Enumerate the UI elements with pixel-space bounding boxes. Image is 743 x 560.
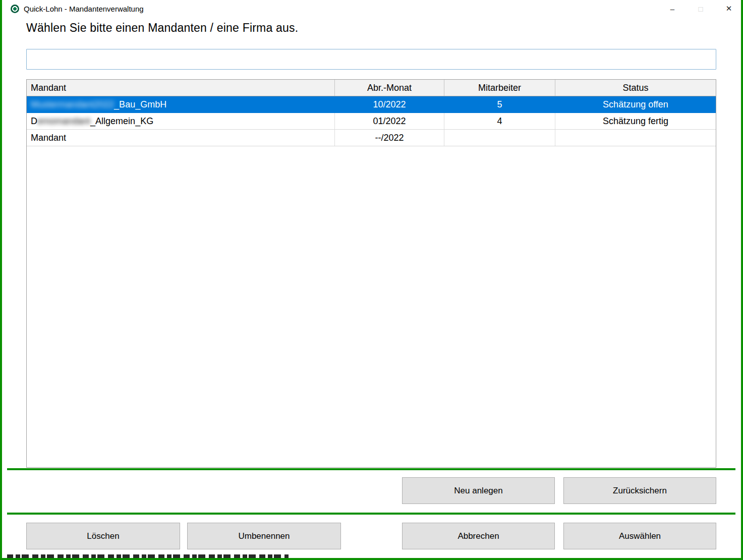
application-window: Quick-Lohn - Mandantenverwaltung – □ ✕ W…	[0, 0, 743, 560]
mitarbeiter-cell: 5	[444, 96, 555, 113]
divider-line	[7, 513, 735, 515]
mandant-name-cell: Mustermandant2022_Bau_GmbH	[27, 96, 334, 113]
mandant-name-cell: Mandant	[27, 130, 334, 146]
window-title: Quick-Lohn - Mandantenverwaltung	[24, 5, 144, 13]
column-header-mandant[interactable]: Mandant	[27, 80, 334, 96]
abr-monat-cell: --/2022	[334, 130, 444, 146]
column-header-mitarbeiter[interactable]: Mitarbeiter	[444, 80, 555, 96]
neu-anlegen-button[interactable]: Neu anlegen	[402, 477, 555, 504]
mandanten-table: Mandant Abr.-Monat Mitarbeiter Status Mu…	[26, 79, 716, 468]
abbrechen-button[interactable]: Abbrechen	[402, 523, 555, 549]
abr-monat-cell: 10/2022	[334, 96, 444, 113]
table-row[interactable]: Demomandant_Allgemein_KG 01/2022 4 Schät…	[27, 113, 716, 130]
mandant-name-suffix: _Bau_GmbH	[114, 99, 166, 109]
mandant-name-suffix: _Allgemein_KG	[90, 116, 153, 126]
minimize-button[interactable]: –	[658, 0, 687, 17]
mitarbeiter-cell: 4	[444, 113, 555, 129]
loeschen-button[interactable]: Löschen	[26, 523, 180, 549]
close-button[interactable]: ✕	[715, 0, 743, 17]
mandant-name-cell: Demomandant_Allgemein_KG	[27, 113, 334, 129]
redacted-text: emomandant	[37, 116, 90, 126]
mandant-name-prefix: D	[31, 116, 37, 126]
page-title: Wählen Sie bitte einen Mandanten / eine …	[26, 21, 298, 35]
abr-monat-cell: 01/2022	[334, 113, 444, 129]
mandant-filter-input[interactable]	[26, 49, 716, 70]
redacted-text: Mustermandant2022	[31, 99, 114, 109]
clipped-footer-text	[7, 554, 289, 558]
auswaehlen-button[interactable]: Auswählen	[563, 523, 716, 549]
umbenennen-button[interactable]: Umbenennen	[187, 523, 341, 549]
table-header-row: Mandant Abr.-Monat Mitarbeiter Status	[27, 80, 716, 96]
title-bar: Quick-Lohn - Mandantenverwaltung – □ ✕	[0, 0, 743, 17]
maximize-button: □	[687, 0, 715, 17]
table-row[interactable]: Mandant --/2022	[27, 130, 716, 146]
mitarbeiter-cell	[444, 130, 555, 146]
status-cell: Schätzung offen	[555, 96, 716, 113]
zuruecksichern-button[interactable]: Zurücksichern	[563, 477, 716, 504]
column-header-status[interactable]: Status	[555, 80, 716, 96]
divider-line	[7, 468, 735, 470]
table-row[interactable]: Mustermandant2022_Bau_GmbH 10/2022 5 Sch…	[27, 96, 716, 113]
status-cell: Schätzung fertig	[555, 113, 716, 129]
status-cell	[555, 130, 716, 146]
column-header-abr-monat[interactable]: Abr.-Monat	[334, 80, 444, 96]
window-controls: – □ ✕	[658, 0, 743, 17]
app-icon	[11, 5, 19, 13]
